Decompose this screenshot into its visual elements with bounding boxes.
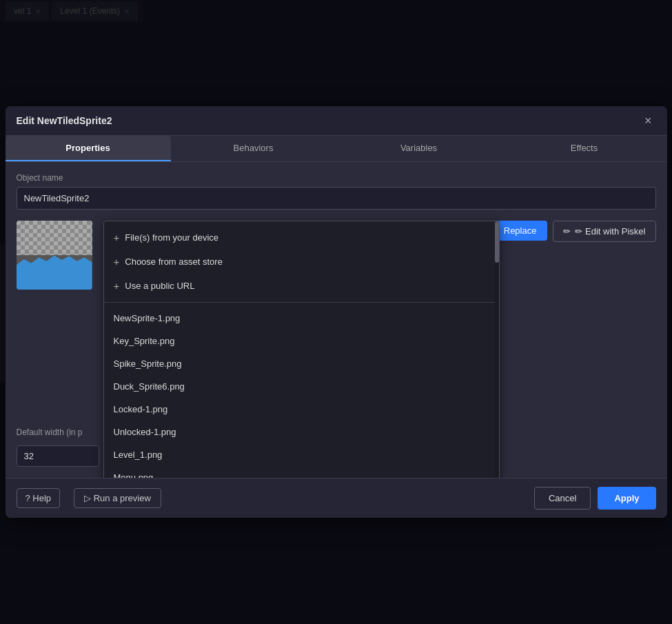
modal-dialog: Edit NewTiledSprite2 × Properties Behavi… (6, 106, 667, 518)
object-name-input[interactable] (17, 187, 656, 210)
file-item-5[interactable]: Unlocked-1.png (104, 421, 499, 443)
dropdown-action-files[interactable]: + File(s) from your device (104, 225, 499, 250)
help-button[interactable]: ? Help (17, 488, 61, 508)
plus-icon-files: + (114, 232, 120, 243)
tab-properties[interactable]: Properties (6, 136, 171, 161)
plus-icon-url: + (114, 280, 120, 292)
modal-body: Object name Select an image Replace ✏ (6, 162, 667, 478)
cancel-button[interactable]: Cancel (534, 487, 591, 510)
edit-piskel-icon: ✏ (563, 226, 571, 236)
wave-graphic (17, 252, 92, 290)
tabs-row: Properties Behaviors Variables Effects (6, 136, 667, 162)
modal-close-button[interactable]: × (640, 113, 656, 128)
image-buttons: Replace ✏ ✏ Edit with Piskel (493, 221, 656, 242)
dropdown-action-asset-store-label: Choose from asset store (125, 256, 223, 267)
edit-piskel-label: ✏ Edit with Piskel (575, 226, 645, 236)
edit-piskel-button[interactable]: ✏ ✏ Edit with Piskel (553, 221, 655, 242)
modal-title: Edit NewTiledSprite2 (17, 115, 112, 126)
tab-effects[interactable]: Effects (502, 136, 667, 161)
file-item-7[interactable]: Menu.png (104, 466, 499, 478)
file-item-2[interactable]: Spike_Sprite.png (104, 352, 499, 375)
run-preview-button[interactable]: ▷ Run a preview (74, 488, 161, 508)
dropdown-divider (104, 302, 499, 303)
default-width-input[interactable] (17, 445, 99, 467)
default-width-label: Default width (in p (17, 427, 99, 437)
footer-left: ? Help ▷ Run a preview (17, 488, 161, 508)
scrollbar-thumb[interactable] (495, 221, 499, 263)
file-item-4[interactable]: Locked-1.png (104, 398, 499, 421)
file-item-6[interactable]: Level_1.png (104, 443, 499, 466)
image-preview (17, 221, 92, 290)
file-item-1[interactable]: Key_Sprite.png (104, 330, 499, 352)
default-width-group: Default width (in p (17, 427, 99, 467)
scrollbar-track (495, 221, 499, 478)
dropdown-scroll[interactable]: + File(s) from your device + Choose from… (104, 221, 499, 478)
image-dropdown: + File(s) from your device + Choose from… (103, 221, 500, 478)
image-section: Select an image Replace ✏ ✏ Edit with Pi… (17, 221, 656, 290)
modal-header: Edit NewTiledSprite2 × (6, 106, 667, 136)
replace-button[interactable]: Replace (493, 221, 548, 241)
file-item-0[interactable]: NewSprite-1.png (104, 307, 499, 330)
dropdown-action-url[interactable]: + Use a public URL (104, 274, 499, 298)
dropdown-action-asset-store[interactable]: + Choose from asset store (104, 250, 499, 274)
modal-overlay: Edit NewTiledSprite2 × Properties Behavi… (0, 0, 672, 624)
apply-button[interactable]: Apply (598, 487, 655, 510)
object-name-label: Object name (17, 173, 656, 183)
tab-variables[interactable]: Variables (336, 136, 502, 161)
plus-icon-asset-store: + (114, 256, 120, 268)
modal-footer: ? Help ▷ Run a preview Cancel Apply (6, 478, 667, 518)
dropdown-action-files-label: File(s) from your device (125, 232, 218, 243)
dropdown-action-url-label: Use a public URL (125, 281, 194, 291)
file-item-3[interactable]: Duck_Sprite6.png (104, 375, 499, 398)
tab-behaviors[interactable]: Behaviors (171, 136, 336, 161)
footer-right: Cancel Apply (534, 487, 656, 510)
checkerboard-bg (17, 221, 92, 255)
